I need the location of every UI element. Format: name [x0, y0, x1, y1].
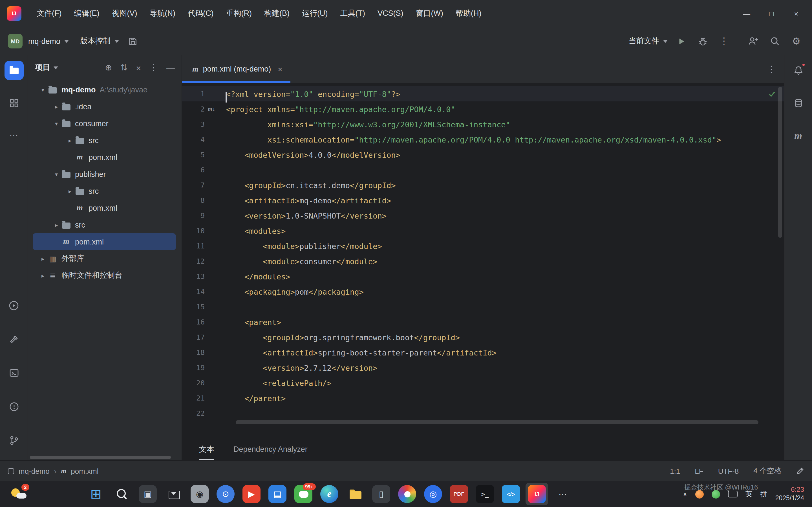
project-view-selector[interactable]: 项目: [35, 62, 58, 73]
tree-item-1[interactable]: ▾mq-demoA:\study\javae: [33, 81, 176, 98]
code-line-11[interactable]: 11 <module>publisher</module>: [182, 238, 784, 253]
tree-chevron-icon[interactable]: ▸: [51, 103, 61, 110]
tree-item-7[interactable]: ▸src: [33, 182, 176, 200]
code-line-8[interactable]: 8 <artifactId>mq-demo</artifactId>: [182, 193, 784, 208]
run-icon[interactable]: [673, 33, 689, 49]
tree-item-5[interactable]: mpom.xml: [33, 149, 176, 166]
tree-item-11[interactable]: ▸▥外部库: [33, 250, 176, 267]
taskbar-vscode[interactable]: </>: [500, 483, 522, 505]
locate-file-icon[interactable]: ⊕: [105, 62, 112, 73]
breadcrumb-project[interactable]: mq-demo: [18, 467, 50, 475]
search-everywhere-icon[interactable]: [767, 33, 783, 49]
tray-app2-icon[interactable]: [712, 490, 720, 498]
git-tool-icon[interactable]: [4, 431, 23, 450]
taskbar-browser-app[interactable]: ⊙: [214, 483, 237, 505]
taskbar-meeting-app[interactable]: ◎: [422, 483, 444, 505]
more-actions-icon[interactable]: ⋮: [716, 33, 732, 49]
code-line-6[interactable]: 6: [182, 162, 784, 177]
menu-item-10[interactable]: VCS(S): [371, 0, 410, 27]
code-line-15[interactable]: 15: [182, 299, 784, 314]
menu-item-9[interactable]: 工具(T): [334, 0, 371, 27]
notifications-bell-icon[interactable]: [789, 61, 808, 80]
breadcrumb-file[interactable]: pom.xml: [71, 467, 98, 475]
tree-item-9[interactable]: ▸src: [33, 216, 176, 233]
code-line-12[interactable]: 12 <module>consumer</module>: [182, 253, 784, 269]
tray-expand-icon[interactable]: ∧: [683, 490, 688, 498]
code-line-16[interactable]: 16 <parent>: [182, 314, 784, 330]
touch-keyboard-icon[interactable]: [728, 491, 738, 497]
taskbar-phone-link[interactable]: ▯: [370, 483, 393, 505]
taskbar-pdf-reader[interactable]: PDF: [448, 483, 470, 505]
project-widget-icon[interactable]: [8, 468, 14, 474]
maven-tool-icon[interactable]: m: [789, 126, 808, 145]
code-line-13[interactable]: 13 </modules>: [182, 269, 784, 284]
code-line-9[interactable]: 9 <version>1.0-SNAPSHOT</version>: [182, 208, 784, 223]
menu-item-11[interactable]: 窗口(W): [410, 0, 449, 27]
hide-panel-icon[interactable]: —: [166, 63, 175, 72]
tree-item-8[interactable]: mpom.xml: [33, 200, 176, 216]
taskbar-store-app[interactable]: ▤: [266, 483, 289, 505]
ime-mode-indicator[interactable]: 拼: [760, 489, 767, 499]
taskbar-intellij-idea[interactable]: IJ: [525, 483, 548, 505]
code-line-1[interactable]: 1<?xml version="1.0" encoding="UTF-8"?>: [182, 86, 784, 101]
vcs-widget[interactable]: 版本控制: [80, 36, 119, 46]
code-line-4[interactable]: 4 xsi:schemaLocation="http://maven.apach…: [182, 132, 784, 147]
project-tree-scrollbar[interactable]: [30, 456, 171, 459]
problems-tool-icon[interactable]: [4, 397, 23, 416]
tray-app-icon[interactable]: [695, 490, 704, 498]
code-line-10[interactable]: 10 <modules>: [182, 223, 784, 238]
menu-item-4[interactable]: 导航(N): [144, 0, 182, 27]
tree-chevron-icon[interactable]: ▸: [65, 137, 75, 144]
maximize-button[interactable]: □: [759, 0, 784, 27]
tab-options-icon[interactable]: ⋮: [767, 64, 776, 74]
code-line-20[interactable]: 20 <relativePath/>: [182, 375, 784, 390]
tree-item-2[interactable]: ▸.idea: [33, 98, 176, 115]
project-tool-icon[interactable]: [4, 61, 23, 80]
menu-item-8[interactable]: 运行(U): [296, 0, 334, 27]
taskbar-mail-app[interactable]: [162, 483, 185, 505]
tree-item-6[interactable]: ▾publisher: [33, 166, 176, 182]
inspections-ok-icon[interactable]: [768, 90, 776, 98]
code-line-19[interactable]: 19 <version>2.7.12</version>: [182, 360, 784, 375]
build-tool-icon[interactable]: [4, 330, 23, 349]
menu-item-5[interactable]: 代码(C): [182, 0, 220, 27]
taskbar-wechat[interactable]: 99+: [292, 483, 315, 505]
database-tool-icon[interactable]: [789, 94, 808, 113]
minimize-button[interactable]: —: [734, 0, 759, 27]
code-with-me-icon[interactable]: [746, 33, 761, 49]
tree-chevron-icon[interactable]: ▾: [38, 87, 48, 93]
services-tool-icon[interactable]: [4, 296, 23, 315]
project-switcher[interactable]: mq-demo: [28, 37, 69, 45]
code-line-17[interactable]: 17 <groupId>org.springframework.boot</gr…: [182, 330, 784, 345]
taskbar-edge-browser[interactable]: e: [318, 483, 341, 505]
tree-chevron-icon[interactable]: ▾: [51, 120, 61, 126]
ime-language-indicator[interactable]: 英: [746, 489, 753, 499]
run-configuration-widget[interactable]: 当前文件: [629, 36, 668, 46]
settings-gear-icon[interactable]: ⚙: [788, 33, 804, 49]
tree-item-10[interactable]: mpom.xml: [33, 233, 176, 250]
taskbar-terminal-app[interactable]: >_: [474, 483, 496, 505]
bottom-tab-2[interactable]: Dependency Analyzer: [234, 438, 308, 460]
menu-item-1[interactable]: 文件(F): [31, 0, 68, 27]
code-line-18[interactable]: 18 <artifactId>spring-boot-starter-paren…: [182, 345, 784, 360]
tree-chevron-icon[interactable]: ▸: [38, 256, 48, 262]
editor-vertical-scrollbar[interactable]: [778, 87, 782, 238]
taskbar-video-app[interactable]: ▶: [240, 483, 263, 505]
tree-chevron-icon[interactable]: ▾: [51, 171, 61, 177]
taskbar-file-explorer[interactable]: [344, 483, 366, 505]
panel-options-icon[interactable]: ⋮: [149, 62, 158, 73]
taskbar-taskbar-more[interactable]: ⋯: [552, 483, 574, 505]
tree-item-4[interactable]: ▸src: [33, 132, 176, 149]
clock-widget[interactable]: 6:23 2025/1/24: [775, 485, 804, 503]
menu-item-3[interactable]: 视图(V): [106, 0, 144, 27]
save-all-icon[interactable]: [124, 33, 140, 49]
close-button[interactable]: ×: [784, 0, 809, 27]
debug-icon[interactable]: [695, 33, 711, 49]
weather-widget[interactable]: 2: [4, 481, 38, 507]
more-tool-windows-icon[interactable]: ⋯: [4, 126, 23, 145]
taskbar-start-button[interactable]: ⊞: [85, 483, 107, 505]
code-line-22[interactable]: 22: [182, 406, 784, 421]
caret-position[interactable]: 1:1: [670, 467, 680, 475]
file-encoding[interactable]: UTF-8: [718, 467, 739, 475]
expand-all-icon[interactable]: ⇅: [120, 62, 128, 73]
